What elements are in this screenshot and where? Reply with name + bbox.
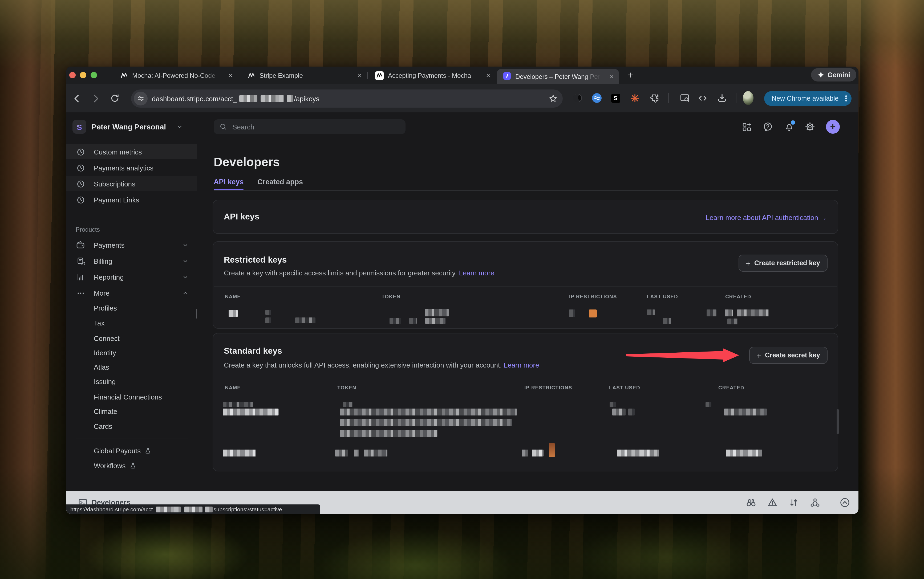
redacted-name	[265, 310, 271, 315]
sidebar-item-climate[interactable]: Climate	[66, 404, 197, 419]
flask-icon	[144, 447, 151, 454]
notifications-bell-icon[interactable]	[783, 120, 796, 133]
sidebar-item-label: Cards	[94, 422, 112, 430]
column-header-ip-restrictions: IP RESTRICTIONS	[569, 293, 617, 299]
status-url-suffix: subscriptions?status=active	[213, 506, 282, 512]
up-down-arrows-icon[interactable]	[789, 497, 799, 508]
gemini-button[interactable]: Gemini	[811, 68, 857, 82]
sidebar-item-label: Identity	[94, 348, 116, 357]
new-chrome-available-button[interactable]: New Chrome available •••	[764, 91, 852, 106]
tab-close-icon[interactable]: ×	[608, 72, 616, 81]
sidebar-group-reporting[interactable]: Reporting	[66, 270, 197, 285]
sidebar-item-issuing[interactable]: Issuing	[66, 374, 197, 389]
restricted-learn-more-link[interactable]: Learn more	[459, 269, 494, 277]
site-settings-icon[interactable]	[134, 92, 147, 105]
url-suffix: /apikeys	[294, 95, 319, 103]
sidebar-item-label: Payment Links	[94, 196, 139, 204]
dark-mode-extension-icon[interactable]	[572, 93, 583, 103]
chevron-down-icon	[182, 274, 188, 280]
tab-close-icon[interactable]: ×	[226, 71, 234, 80]
create-restricted-key-button[interactable]: + Create restricted key	[738, 255, 827, 272]
tab-close-icon[interactable]: ×	[484, 71, 492, 80]
webhook-icon[interactable]	[810, 497, 820, 508]
scrollbar-thumb[interactable]	[837, 409, 839, 434]
warning-icon[interactable]	[767, 497, 777, 508]
binoculars-icon[interactable]	[746, 497, 756, 508]
forward-icon[interactable]	[90, 93, 101, 104]
sidebar-item-payments-analytics[interactable]: Payments analytics	[66, 160, 197, 175]
search-input[interactable]	[231, 122, 391, 131]
redacted-token	[364, 450, 387, 456]
sidebar-item-connect[interactable]: Connect	[66, 331, 197, 346]
column-header-name: NAME	[225, 384, 241, 391]
address-bar[interactable]: dashboard.stripe.com/acct_ /apikeys	[131, 90, 563, 108]
redacted-token	[340, 419, 512, 426]
sidebar-group-payments[interactable]: Payments	[66, 237, 197, 252]
close-window-button[interactable]	[69, 72, 76, 78]
status-redacted-block	[205, 506, 212, 512]
inspect-page-icon[interactable]	[680, 93, 690, 103]
sidebar: S Peter Wang Personal Custom metrics Pay…	[66, 112, 197, 491]
profile-avatar[interactable]	[743, 93, 754, 103]
waves-extension-icon[interactable]	[591, 93, 602, 103]
new-tab-button[interactable]: +	[624, 69, 636, 82]
back-icon[interactable]	[71, 93, 82, 104]
url-redacted-block	[260, 95, 284, 102]
standard-learn-more-link[interactable]: Learn more	[504, 361, 539, 369]
tab-mocha-home[interactable]: Mocha: AI-Powered No-Code ×	[114, 67, 238, 84]
create-secret-key-button[interactable]: + Create secret key	[749, 347, 827, 364]
search-icon	[220, 123, 227, 131]
tab-title: Stripe Example	[259, 72, 339, 79]
tab-stripe-example[interactable]: Stripe Example ×	[240, 67, 367, 84]
stripe-favicon	[503, 72, 511, 81]
sidebar-group-billing[interactable]: Billing	[66, 254, 197, 268]
settings-gear-icon[interactable]	[804, 120, 816, 133]
chrome-menu-kebab-icon[interactable]: •••	[845, 95, 847, 101]
starburst-extension-icon[interactable]	[629, 93, 640, 103]
sidebar-item-profiles[interactable]: Profiles	[66, 301, 197, 315]
extensions-puzzle-icon[interactable]	[649, 93, 660, 103]
sidebar-group-more[interactable]: More	[66, 286, 197, 301]
sidebar-item-label: Financial Connections	[94, 393, 162, 401]
code-icon[interactable]	[697, 93, 708, 103]
api-auth-learn-more-link[interactable]: Learn more about API authentication →	[706, 214, 827, 222]
sidebar-item-identity[interactable]: Identity	[66, 345, 197, 360]
tab-accepting-payments[interactable]: Accepting Payments - Mocha ×	[368, 67, 496, 84]
sidebar-item-workflows[interactable]: Workflows	[66, 458, 197, 473]
sidebar-item-cards[interactable]: Cards	[66, 419, 197, 433]
url-redacted-block	[239, 95, 257, 102]
download-icon[interactable]	[717, 93, 727, 103]
sidebar-item-global-payouts[interactable]: Global Payouts	[66, 443, 197, 458]
redacted-token	[409, 318, 417, 324]
api-keys-title: API keys	[224, 212, 259, 222]
column-header-token: TOKEN	[337, 384, 356, 391]
tab-stripe-developers-active[interactable]: Developers – Peter Wang Per ×	[496, 69, 619, 84]
minimize-window-button[interactable]	[80, 72, 86, 78]
clock-icon	[76, 195, 85, 204]
sidebar-item-payment-links[interactable]: Payment Links	[66, 192, 197, 207]
sidebar-item-custom-metrics[interactable]: Custom metrics	[66, 144, 197, 159]
main-area: + Developers API keys Created apps API k…	[197, 112, 858, 491]
reload-icon[interactable]	[109, 93, 120, 104]
collapse-chevron-circle-icon[interactable]	[840, 497, 850, 508]
sidebar-item-atlas[interactable]: Atlas	[66, 360, 197, 375]
redacted-token	[425, 318, 446, 324]
sidebar-item-subscriptions[interactable]: Subscriptions	[66, 176, 197, 191]
search-bar[interactable]	[214, 119, 406, 134]
sidebar-item-label: Subscriptions	[94, 180, 135, 188]
maximize-window-button[interactable]	[90, 72, 97, 78]
create-new-button[interactable]: +	[826, 120, 840, 134]
apps-grid-icon[interactable]	[740, 120, 753, 133]
help-icon[interactable]	[762, 120, 774, 133]
sidebar-item-financial-connections[interactable]: Financial Connections	[66, 389, 197, 404]
s-extension-icon[interactable]: S	[610, 93, 621, 103]
account-switcher[interactable]: S Peter Wang Personal	[66, 119, 197, 135]
tab-created-apps[interactable]: Created apps	[257, 178, 303, 186]
bookmark-star-icon[interactable]	[549, 94, 557, 103]
tab-api-keys[interactable]: API keys	[214, 178, 244, 186]
tab-close-icon[interactable]: ×	[356, 71, 364, 80]
redacted-ip-orange	[549, 443, 555, 457]
flask-icon	[129, 462, 136, 469]
sidebar-item-tax[interactable]: Tax	[66, 315, 197, 330]
standard-keys-card: Standard keys Create a key that unlocks …	[213, 333, 838, 471]
